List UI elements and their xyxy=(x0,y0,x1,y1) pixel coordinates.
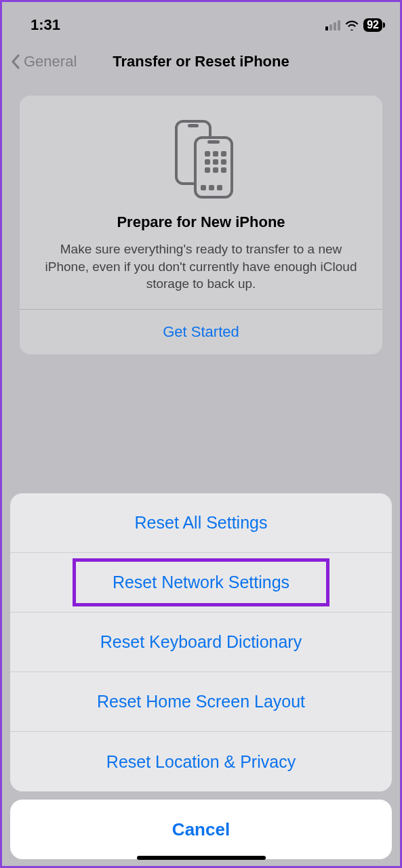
svg-rect-1 xyxy=(188,124,199,127)
svg-rect-4 xyxy=(205,151,210,157)
battery-indicator: 92 xyxy=(363,18,382,32)
status-indicators: 92 xyxy=(325,18,382,32)
svg-rect-5 xyxy=(213,151,218,157)
page-title: Transfer or Reset iPhone xyxy=(113,53,289,70)
svg-rect-7 xyxy=(205,159,210,165)
back-label: General xyxy=(24,53,77,70)
nav-header: General Transfer or Reset iPhone xyxy=(2,43,400,81)
svg-rect-12 xyxy=(221,167,226,173)
reset-network-settings-option[interactable]: Reset Network Settings xyxy=(10,553,392,613)
svg-rect-15 xyxy=(217,185,222,190)
action-sheet: Reset All Settings Reset Network Setting… xyxy=(10,493,392,791)
reset-location-privacy-option[interactable]: Reset Location & Privacy xyxy=(10,732,392,791)
svg-rect-8 xyxy=(213,159,218,165)
action-label: Reset Network Settings xyxy=(113,573,289,592)
phones-illustration xyxy=(33,112,369,213)
status-time: 1:31 xyxy=(31,16,60,34)
action-label: Reset All Settings xyxy=(135,513,268,533)
get-started-button[interactable]: Get Started xyxy=(20,310,382,354)
card-title: Prepare for New iPhone xyxy=(33,213,369,231)
battery-level: 92 xyxy=(367,19,379,31)
cancel-label: Cancel xyxy=(172,819,230,840)
svg-rect-14 xyxy=(209,185,214,190)
svg-rect-11 xyxy=(213,167,218,173)
card-description: Make sure everything's ready to transfer… xyxy=(33,241,369,309)
cellular-signal-icon xyxy=(325,20,340,30)
reset-keyboard-dictionary-option[interactable]: Reset Keyboard Dictionary xyxy=(10,613,392,672)
chevron-left-icon xyxy=(10,54,21,70)
svg-rect-6 xyxy=(221,151,226,157)
status-bar: 1:31 92 xyxy=(2,2,400,43)
home-indicator[interactable] xyxy=(137,856,266,860)
prepare-card: Prepare for New iPhone Make sure everyth… xyxy=(20,96,382,354)
svg-rect-10 xyxy=(205,167,210,173)
svg-rect-13 xyxy=(201,185,206,190)
reset-all-settings-option[interactable]: Reset All Settings xyxy=(10,493,392,553)
wifi-icon xyxy=(344,20,359,30)
action-label: Reset Home Screen Layout xyxy=(97,692,305,711)
reset-home-screen-layout-option[interactable]: Reset Home Screen Layout xyxy=(10,672,392,732)
svg-rect-3 xyxy=(207,140,220,144)
action-label: Reset Keyboard Dictionary xyxy=(100,632,302,652)
svg-rect-9 xyxy=(221,159,226,165)
back-button[interactable]: General xyxy=(10,53,77,70)
action-label: Reset Location & Privacy xyxy=(106,752,296,772)
action-sheet-container: Reset All Settings Reset Network Setting… xyxy=(2,493,400,866)
cancel-button[interactable]: Cancel xyxy=(10,800,392,859)
